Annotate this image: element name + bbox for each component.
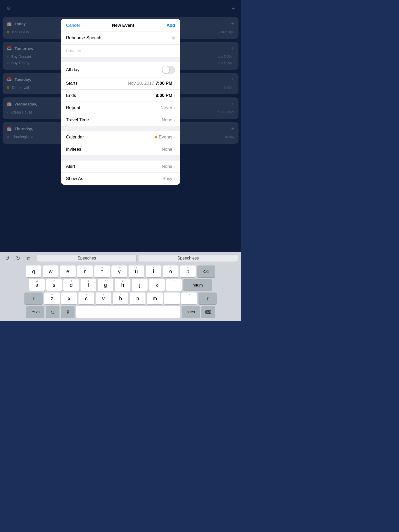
row-starts[interactable]: StartsNov 28, 20177:00 PM› bbox=[61, 77, 180, 90]
add-button[interactable]: Add bbox=[167, 23, 175, 28]
key-letter: m bbox=[153, 296, 157, 302]
key-number: $ bbox=[70, 280, 72, 282]
row-calendar[interactable]: CalendarEvents› bbox=[61, 131, 180, 143]
key-b[interactable]: /b bbox=[113, 292, 128, 304]
key-p[interactable]: 0p bbox=[180, 265, 196, 277]
key-a[interactable]: @a bbox=[29, 279, 45, 291]
key-c[interactable]: +c bbox=[78, 292, 94, 304]
row-showas[interactable]: Show AsBusy› bbox=[61, 173, 180, 185]
key-row-2: @a#s$d&f*g(h)j'k"lreturn bbox=[2, 279, 240, 291]
key-letter: e bbox=[66, 269, 69, 275]
shift-icon: ⇧ bbox=[32, 296, 35, 301]
key-l[interactable]: "l bbox=[166, 279, 182, 291]
key-v[interactable]: =v bbox=[96, 292, 111, 304]
key-q[interactable]: 1q bbox=[26, 265, 41, 277]
key-letter: , bbox=[171, 296, 173, 302]
return-key[interactable]: return bbox=[183, 279, 212, 291]
row-repeat[interactable]: RepeatNever› bbox=[61, 102, 180, 114]
key-j[interactable]: )j bbox=[132, 279, 148, 291]
keyboard-dismiss-key[interactable]: ⌨ bbox=[201, 306, 215, 318]
key-number: & bbox=[88, 280, 89, 282]
key-letter: p bbox=[186, 269, 189, 275]
clipboard-button[interactable]: ⧉ bbox=[24, 254, 32, 262]
key-z[interactable]: %z bbox=[44, 292, 60, 304]
row-time-starts: 7:00 PM bbox=[156, 81, 172, 86]
location-row[interactable]: Location bbox=[61, 45, 180, 57]
key-w[interactable]: 2w bbox=[43, 265, 58, 277]
key-.[interactable]: ?. bbox=[181, 292, 197, 304]
redo-button[interactable]: ↻ bbox=[14, 254, 22, 262]
key-s[interactable]: #s bbox=[46, 279, 62, 291]
backspace-key[interactable]: ⌫ bbox=[197, 265, 215, 277]
keyboard-icon: ⌨ bbox=[205, 310, 211, 315]
backspace-icon: ⌫ bbox=[203, 269, 209, 274]
key-n[interactable]: ;n bbox=[130, 292, 145, 304]
row-value-calendar: Events› bbox=[155, 135, 175, 140]
shift-left-key[interactable]: ⇧ bbox=[24, 292, 43, 304]
key-letter: g bbox=[104, 282, 107, 288]
key-o[interactable]: 9o bbox=[163, 265, 178, 277]
row-allday[interactable]: All-day bbox=[61, 62, 180, 77]
key-number: 6 bbox=[118, 266, 120, 269]
row-value-text-alert: None bbox=[162, 164, 172, 169]
key-e[interactable]: 3e bbox=[60, 265, 76, 277]
autocomplete-bar: SpeechesSpeechless bbox=[37, 255, 238, 262]
key-k[interactable]: 'k bbox=[149, 279, 165, 291]
key-number: 8 bbox=[153, 266, 154, 269]
key-number: 9 bbox=[170, 266, 171, 269]
section-gap-3 bbox=[61, 155, 180, 161]
location-placeholder: Location bbox=[66, 48, 83, 53]
row-value-text-showas: Busy bbox=[163, 176, 172, 181]
allday-toggle[interactable] bbox=[162, 66, 175, 74]
key-letter: t bbox=[101, 269, 103, 275]
cancel-button[interactable]: Cancel bbox=[66, 23, 80, 28]
key-letter: s bbox=[53, 282, 55, 288]
key-t[interactable]: 5t bbox=[94, 265, 110, 277]
key-u[interactable]: 7u bbox=[129, 265, 144, 277]
undo-button[interactable]: ↺ bbox=[3, 254, 12, 262]
key-r[interactable]: 4r bbox=[77, 265, 93, 277]
mic-icon: 🎙 bbox=[65, 309, 70, 315]
key-number: ? bbox=[188, 293, 190, 296]
row-value-text-repeat: Never bbox=[161, 105, 172, 110]
mic-key[interactable]: 🎙 bbox=[61, 306, 75, 318]
key-letter: f bbox=[88, 282, 89, 288]
autocomplete-suggestion-0[interactable]: Speeches bbox=[37, 255, 137, 262]
row-travel[interactable]: Travel TimeNone› bbox=[61, 114, 180, 126]
row-invitees[interactable]: InviteesNone› bbox=[61, 143, 180, 155]
key-number: " bbox=[174, 280, 174, 282]
key-number: 1 bbox=[33, 266, 34, 269]
key-i[interactable]: 8i bbox=[146, 265, 161, 277]
emoji-key[interactable]: ☺ bbox=[46, 306, 59, 318]
key-d[interactable]: $d bbox=[63, 279, 79, 291]
key-number: 7 bbox=[136, 266, 137, 269]
row-alert[interactable]: AlertNone› bbox=[61, 161, 180, 173]
row-value-starts: Nov 28, 20177:00 PM› bbox=[128, 81, 175, 86]
key-,[interactable]: !, bbox=[164, 292, 180, 304]
key-letter: l bbox=[174, 282, 175, 288]
key-h[interactable]: (h bbox=[115, 279, 130, 291]
chevron-icon: › bbox=[174, 106, 175, 110]
event-name-row: ⊗ bbox=[61, 31, 180, 45]
event-name-input[interactable] bbox=[66, 35, 171, 41]
key-g[interactable]: *g bbox=[98, 279, 113, 291]
autocomplete-suggestion-1[interactable]: Speechless bbox=[138, 255, 238, 262]
num-key-right[interactable]: .?123 bbox=[182, 306, 200, 318]
date-time-section: All-dayStartsNov 28, 20177:00 PM›Ends8:0… bbox=[61, 62, 180, 126]
key-f[interactable]: &f bbox=[81, 279, 96, 291]
num-key-left[interactable]: .?123 bbox=[26, 306, 44, 318]
shift-right-key[interactable]: ⇧ bbox=[198, 292, 217, 304]
key-letter: i bbox=[153, 269, 154, 275]
row-value-alert: None› bbox=[162, 164, 175, 169]
key-x[interactable]: -x bbox=[61, 292, 77, 304]
key-number: 2 bbox=[50, 266, 51, 269]
space-key[interactable] bbox=[76, 306, 180, 318]
row-ends[interactable]: Ends8:00 PM› bbox=[61, 90, 180, 102]
keyboard-area: ↺ ↻ ⧉ SpeechesSpeechless 1q2w3e4r5t6y7u8… bbox=[0, 252, 241, 321]
key-letter: c bbox=[85, 296, 88, 302]
chevron-icon: › bbox=[174, 81, 175, 85]
row-label-showas: Show As bbox=[66, 176, 163, 181]
key-m[interactable]: :m bbox=[147, 292, 163, 304]
clear-button[interactable]: ⊗ bbox=[171, 35, 175, 41]
key-y[interactable]: 6y bbox=[111, 265, 127, 277]
